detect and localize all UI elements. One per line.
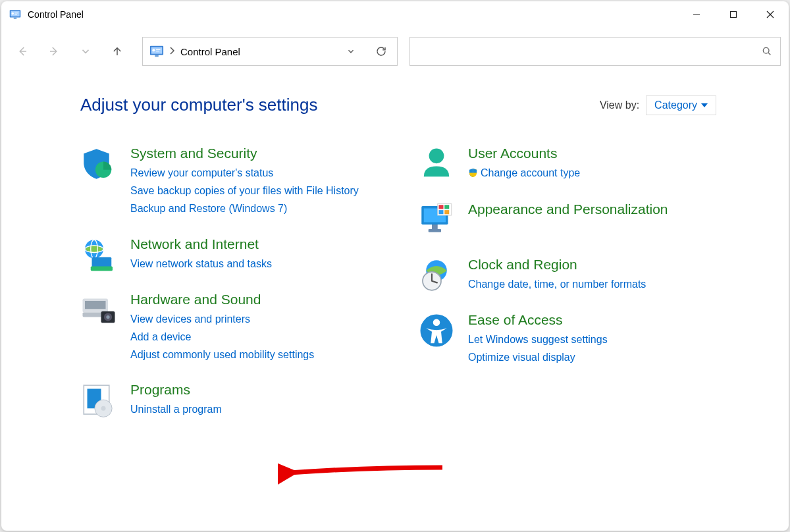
category-title[interactable]: Programs	[130, 382, 379, 398]
category-hardware-and-sound: Hardware and SoundView devices and print…	[80, 292, 379, 364]
svg-rect-13	[156, 51, 159, 51]
category-ease-of-access: Ease of AccessLet Windows suggest settin…	[418, 312, 716, 366]
svg-point-3	[12, 13, 14, 14]
category-body: Clock and RegionChange date, time, or nu…	[468, 257, 716, 294]
category-user-accounts: User AccountsChange account type	[418, 146, 716, 183]
category-network-and-internet: Network and InternetView network status …	[80, 236, 379, 273]
window-title: Control Panel	[28, 9, 84, 20]
maximize-button[interactable]	[715, 1, 752, 28]
view-by-value: Category	[654, 99, 697, 111]
control-panel-icon	[149, 44, 164, 59]
category-title[interactable]: Ease of Access	[468, 312, 716, 328]
clock-icon	[418, 257, 455, 294]
svg-rect-4	[14, 13, 18, 13]
search-bar[interactable]	[409, 37, 781, 66]
svg-rect-12	[156, 49, 160, 50]
category-title[interactable]: Hardware and Sound	[130, 292, 379, 307]
refresh-button[interactable]	[369, 40, 393, 63]
category-appearance-and-personalization: Appearance and Personalization	[418, 201, 716, 238]
address-dropdown-button[interactable]	[339, 40, 363, 63]
svg-rect-2	[14, 18, 17, 19]
sublink[interactable]: Change account type	[468, 164, 716, 183]
svg-rect-39	[444, 205, 449, 209]
titlebar: Control Panel	[1, 1, 789, 28]
svg-point-32	[429, 148, 444, 163]
svg-point-26	[106, 315, 109, 318]
programs-icon	[80, 382, 117, 419]
sublink[interactable]: Change date, time, or number formats	[468, 275, 716, 293]
sublink[interactable]: Let Windows suggest settings	[468, 331, 716, 348]
sublink[interactable]: Review your computer's status	[130, 164, 379, 182]
sublink[interactable]: Adjust commonly used mobility settings	[130, 346, 379, 363]
categories-column-right: User AccountsChange account typeAppearan…	[418, 146, 716, 437]
svg-rect-6	[693, 14, 700, 15]
view-by-label: View by:	[600, 99, 639, 111]
up-button[interactable]	[104, 38, 130, 65]
back-button[interactable]	[9, 38, 36, 65]
ease-icon	[418, 312, 455, 349]
category-title[interactable]: System and Security	[130, 146, 379, 161]
svg-rect-10	[155, 55, 159, 57]
category-body: System and SecurityReview your computer'…	[130, 146, 379, 218]
window: Control Panel	[1, 1, 789, 531]
svg-rect-41	[444, 210, 449, 214]
category-body: Network and InternetView network status …	[130, 236, 379, 273]
appearance-icon	[418, 201, 455, 238]
sublink[interactable]: Uninstall a program	[130, 400, 379, 418]
recent-locations-button[interactable]	[72, 38, 99, 65]
breadcrumb[interactable]: Control Panel	[180, 46, 240, 57]
svg-point-14	[763, 47, 769, 53]
category-body: Hardware and SoundView devices and print…	[130, 292, 379, 364]
category-body: User AccountsChange account type	[468, 146, 716, 183]
address-bar[interactable]: Control Panel	[142, 37, 398, 66]
category-title[interactable]: Appearance and Personalization	[468, 201, 716, 217]
users-icon	[418, 146, 455, 182]
categories-column-left: System and SecurityReview your computer'…	[80, 146, 379, 437]
chevron-right-icon	[169, 46, 175, 57]
sublink[interactable]: Backup and Restore (Windows 7)	[130, 200, 379, 217]
category-body: ProgramsUninstall a program	[130, 382, 379, 419]
svg-rect-40	[439, 210, 444, 214]
category-title[interactable]: Network and Internet	[130, 236, 379, 252]
search-input[interactable]	[410, 46, 754, 57]
category-programs: ProgramsUninstall a program	[80, 382, 379, 419]
sublink[interactable]: Add a device	[130, 328, 379, 346]
network-icon	[80, 236, 117, 273]
svg-point-11	[152, 49, 155, 51]
page-title: Adjust your computer's settings	[80, 95, 317, 115]
security-icon	[80, 146, 117, 182]
svg-rect-5	[14, 14, 17, 14]
svg-rect-22	[85, 301, 106, 309]
view-by: View by: Category	[600, 95, 716, 115]
view-by-dropdown[interactable]: Category	[646, 95, 716, 115]
category-body: Appearance and Personalization	[468, 201, 716, 238]
sublink[interactable]: Optimize visual display	[468, 348, 716, 366]
svg-rect-35	[432, 225, 438, 229]
category-title[interactable]: Clock and Region	[468, 257, 716, 273]
minimize-button[interactable]	[678, 1, 715, 28]
forward-button[interactable]	[41, 38, 67, 65]
svg-rect-38	[439, 205, 444, 209]
sublink[interactable]: Save backup copies of your files with Fi…	[130, 182, 379, 200]
hardware-icon	[80, 292, 117, 329]
svg-rect-20	[91, 266, 113, 271]
svg-point-45	[433, 319, 440, 327]
search-icon[interactable]	[754, 46, 780, 57]
sublink[interactable]: View network status and tasks	[130, 255, 379, 273]
category-title[interactable]: User Accounts	[468, 146, 716, 161]
svg-point-31	[101, 406, 106, 411]
close-button[interactable]	[752, 1, 789, 28]
uac-shield-icon	[468, 165, 478, 183]
svg-rect-7	[731, 12, 737, 18]
sublink[interactable]: View devices and printers	[130, 310, 379, 328]
svg-rect-36	[429, 229, 441, 232]
content: Adjust your computer's settings View by:…	[1, 75, 789, 531]
category-system-and-security: System and SecurityReview your computer'…	[80, 146, 379, 218]
control-panel-icon	[9, 9, 21, 20]
toolbar: Control Panel	[1, 28, 789, 75]
category-clock-and-region: Clock and RegionChange date, time, or nu…	[418, 257, 716, 294]
category-body: Ease of AccessLet Windows suggest settin…	[468, 312, 716, 366]
